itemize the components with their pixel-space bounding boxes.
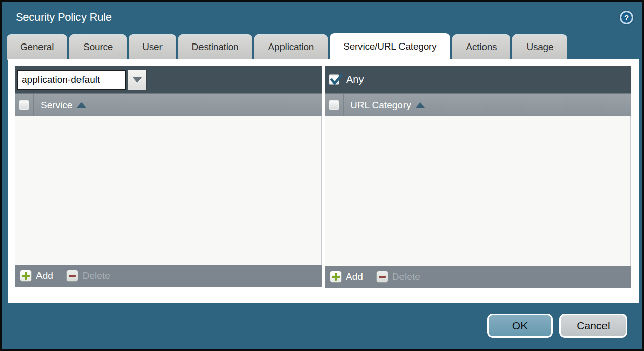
service-column-label[interactable]: Service <box>41 100 72 111</box>
tab-application[interactable]: Application <box>254 34 328 60</box>
service-select-all-checkbox[interactable] <box>19 100 29 110</box>
service-panel: Service Add Delete <box>15 66 322 287</box>
tab-bar: General Source User Destination Applicat… <box>7 33 567 60</box>
tab-service-url-category[interactable]: Service/URL Category <box>330 33 450 60</box>
dialog-title: Security Policy Rule <box>16 11 620 24</box>
url-category-toolbar: Any <box>325 66 631 93</box>
service-list[interactable] <box>15 116 322 265</box>
url-category-column-label[interactable]: URL Category <box>350 100 411 111</box>
titlebar: Security Policy Rule ? <box>2 2 642 33</box>
sort-asc-icon <box>416 102 425 108</box>
checkmark-icon <box>330 74 343 87</box>
security-policy-rule-dialog: Security Policy Rule ? General Source Us… <box>0 0 644 351</box>
delete-minus-icon <box>66 270 78 282</box>
cancel-button[interactable]: Cancel <box>559 314 627 338</box>
service-type-input[interactable] <box>17 70 126 90</box>
delete-button-label: Delete <box>392 271 420 282</box>
any-checkbox[interactable] <box>329 74 339 85</box>
url-category-delete-button[interactable]: Delete <box>376 271 420 283</box>
service-add-button[interactable]: Add <box>20 270 53 282</box>
sort-asc-icon <box>77 102 86 108</box>
tab-actions[interactable]: Actions <box>452 34 510 60</box>
tab-source[interactable]: Source <box>69 34 127 60</box>
dialog-actions: OK Cancel <box>487 314 627 338</box>
url-category-select-all-checkbox[interactable] <box>329 100 339 110</box>
tab-destination[interactable]: Destination <box>178 34 253 60</box>
delete-button-label: Delete <box>83 270 110 281</box>
tab-user[interactable]: User <box>129 34 176 60</box>
add-plus-icon <box>330 271 342 283</box>
url-category-column-header: URL Category <box>325 93 631 116</box>
service-delete-button[interactable]: Delete <box>66 270 110 282</box>
url-category-list[interactable] <box>325 116 631 266</box>
help-icon[interactable]: ? <box>620 11 633 24</box>
add-plus-icon <box>20 270 32 282</box>
tab-content: Service Add Delete <box>8 59 639 303</box>
url-category-select-all-cell <box>325 94 344 116</box>
tab-general[interactable]: General <box>7 34 67 60</box>
service-toolbar <box>15 66 322 93</box>
chevron-down-icon <box>132 77 142 83</box>
tab-usage[interactable]: Usage <box>512 34 567 60</box>
service-footer: Add Delete <box>15 265 322 287</box>
url-category-footer: Add Delete <box>325 266 631 288</box>
service-select-all-cell <box>15 94 34 116</box>
service-column-header: Service <box>15 93 322 116</box>
url-category-panel: Any URL Category Add Delete <box>325 66 631 288</box>
add-button-label: Add <box>346 271 363 282</box>
any-label: Any <box>346 74 364 85</box>
delete-minus-icon <box>376 271 388 283</box>
add-button-label: Add <box>36 270 53 281</box>
url-category-add-button[interactable]: Add <box>330 271 363 283</box>
service-type-dropdown-button[interactable] <box>128 70 147 90</box>
ok-button[interactable]: OK <box>487 314 553 338</box>
